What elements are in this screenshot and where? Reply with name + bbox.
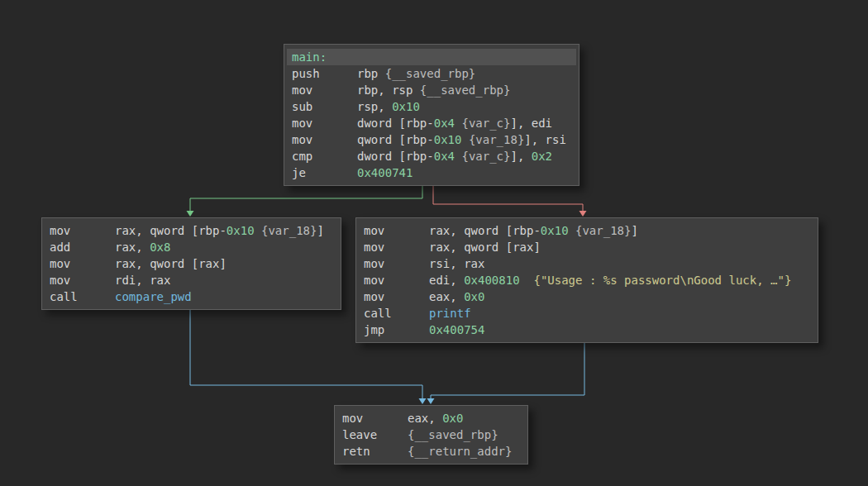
- edge-true-branch: [190, 184, 422, 212]
- mnemonic: mov: [364, 272, 429, 288]
- arrowhead-false-branch-icon: [579, 211, 587, 217]
- asm-instruction-line[interactable]: movrbp, rsp {__saved_rbp}: [287, 82, 576, 98]
- asm-instruction-line[interactable]: je0x400741: [287, 164, 576, 181]
- operand-text: rax, qword [rbp-: [429, 224, 541, 237]
- mnemonic: sub: [292, 98, 357, 115]
- operand-text: [255, 224, 261, 237]
- asm-instruction-line[interactable]: movrax, qword [rbp-0x10 {var_18}]: [359, 222, 815, 239]
- variable-annotation: {var_c}: [461, 150, 510, 163]
- mnemonic: add: [50, 239, 115, 255]
- string-annotation: {"Usage : %s password\nGood luck, …"}: [533, 274, 791, 287]
- mnemonic: mov: [364, 288, 429, 305]
- variable-annotation: {var_c}: [461, 117, 510, 130]
- asm-instruction-line[interactable]: movrax, qword [rax]: [359, 239, 815, 255]
- asm-instruction-line[interactable]: pushrbp {__saved_rbp}: [287, 65, 576, 82]
- immediate-value: 0x10: [227, 224, 255, 237]
- immediate-value: 0x8: [150, 241, 170, 254]
- asm-instruction-line[interactable]: leave{__saved_rbp}: [337, 426, 525, 443]
- asm-instruction-line[interactable]: movrax, qword [rbp-0x10 {var_18}]: [45, 222, 338, 239]
- operand-text: edi,: [429, 274, 464, 287]
- basic-block-false-branch[interactable]: movrax, qword [rbp-0x10 {var_18}]movrax,…: [355, 217, 818, 343]
- operand-text: rsp,: [357, 100, 392, 113]
- mnemonic: leave: [342, 426, 408, 443]
- mnemonic: push: [292, 65, 357, 82]
- asm-instruction-line[interactable]: moveax, 0x0: [337, 410, 525, 426]
- mnemonic: mov: [50, 222, 115, 239]
- variable-annotation: {__saved_rbp}: [385, 67, 476, 80]
- mnemonic: mov: [292, 82, 357, 98]
- asm-instruction-line[interactable]: callprintf: [359, 305, 815, 322]
- mnemonic: mov: [364, 255, 429, 272]
- variable-annotation: {var_18}: [575, 224, 631, 237]
- immediate-value: 0x4: [434, 117, 455, 130]
- variable-annotation: {var_18}: [469, 133, 524, 146]
- operand-text: rbp: [357, 67, 385, 80]
- immediate-value: 0x10: [541, 224, 569, 237]
- mnemonic: cmp: [292, 148, 357, 164]
- asm-instruction-line[interactable]: callcompare_pwd: [45, 288, 338, 305]
- mnemonic: call: [50, 288, 115, 305]
- edge-false-branch: [433, 184, 583, 212]
- immediate-value: 0x400741: [357, 166, 413, 179]
- variable-annotation: {__saved_rbp}: [420, 83, 511, 97]
- asm-instruction-line[interactable]: movdword [rbp-0x4 {var_c}], edi: [287, 115, 576, 131]
- asm-instruction-line[interactable]: subrsp, 0x10: [287, 98, 576, 115]
- basic-block-true-branch[interactable]: movrax, qword [rbp-0x10 {var_18}]addrax,…: [41, 217, 341, 310]
- immediate-value: 0x0: [442, 412, 463, 425]
- operand-text: ], rsi: [524, 133, 566, 146]
- mnemonic: mov: [364, 222, 429, 239]
- immediate-value: 0x400754: [429, 323, 484, 336]
- arrowhead-right-to-exit-icon: [427, 398, 435, 404]
- variable-annotation: {var_18}: [261, 224, 317, 237]
- asm-instruction-line[interactable]: movrdi, rax: [45, 272, 338, 288]
- operand-text: [569, 224, 575, 237]
- graph-canvas[interactable]: main:pushrbp {__saved_rbp}movrbp, rsp {_…: [0, 0, 868, 486]
- mnemonic: jmp: [364, 322, 429, 338]
- immediate-value: 0x10: [392, 100, 420, 113]
- operand-text: rsi, rax: [429, 257, 484, 270]
- asm-instruction-line[interactable]: moveax, 0x0: [359, 288, 815, 305]
- immediate-value: 0x2: [532, 150, 552, 163]
- call-target: printf: [429, 307, 471, 320]
- asm-instruction-line[interactable]: movedi, 0x400810 {"Usage : %s password\n…: [359, 272, 815, 288]
- mnemonic: mov: [342, 410, 408, 426]
- mnemonic: mov: [292, 115, 357, 131]
- arrowhead-true-branch-icon: [187, 211, 194, 217]
- operand-text: [520, 274, 534, 287]
- asm-instruction-line[interactable]: movqword [rbp-0x10 {var_18}], rsi: [287, 131, 576, 148]
- asm-instruction-line[interactable]: movrsi, rax: [359, 255, 815, 272]
- immediate-value: 0x10: [434, 133, 462, 146]
- operand-text: ]: [631, 224, 637, 237]
- operand-text: ], edi: [510, 117, 552, 130]
- mnemonic: call: [364, 305, 429, 322]
- immediate-value: 0x4: [434, 150, 455, 163]
- variable-annotation: {__saved_rbp}: [408, 428, 498, 441]
- operand-text: ],: [510, 150, 531, 163]
- operand-text: ]: [317, 224, 323, 237]
- operand-text: qword [rbp-: [357, 133, 434, 146]
- operand-text: dword [rbp-: [357, 150, 434, 163]
- mnemonic: mov: [292, 131, 357, 148]
- mnemonic: mov: [364, 239, 429, 255]
- operand-text: dword [rbp-: [357, 117, 434, 130]
- mnemonic: mov: [50, 255, 115, 272]
- function-label-line[interactable]: main:: [287, 49, 576, 65]
- immediate-value: 0x0: [464, 290, 484, 303]
- mnemonic: je: [292, 164, 357, 181]
- basic-block-entry[interactable]: main:pushrbp {__saved_rbp}movrbp, rsp {_…: [284, 44, 579, 186]
- variable-annotation: {__return_addr}: [408, 445, 512, 458]
- operand-text: rbp, rsp: [357, 83, 420, 97]
- operand-text: rax, qword [rax]: [429, 241, 541, 254]
- arrowhead-left-to-exit-icon: [419, 398, 427, 404]
- operand-text: [461, 133, 468, 146]
- operand-text: rdi, rax: [115, 274, 170, 287]
- asm-instruction-line[interactable]: movrax, qword [rax]: [45, 255, 338, 272]
- asm-instruction-line[interactable]: addrax, 0x8: [45, 239, 338, 255]
- operand-text: rax, qword [rax]: [115, 257, 227, 270]
- basic-block-exit[interactable]: moveax, 0x0leave{__saved_rbp}retn{__retu…: [334, 405, 528, 465]
- function-label: main:: [292, 50, 327, 64]
- asm-instruction-line[interactable]: retn{__return_addr}: [337, 443, 525, 460]
- immediate-value: 0x400810: [464, 274, 519, 287]
- asm-instruction-line[interactable]: cmpdword [rbp-0x4 {var_c}], 0x2: [287, 148, 576, 164]
- asm-instruction-line[interactable]: jmp0x400754: [359, 322, 815, 338]
